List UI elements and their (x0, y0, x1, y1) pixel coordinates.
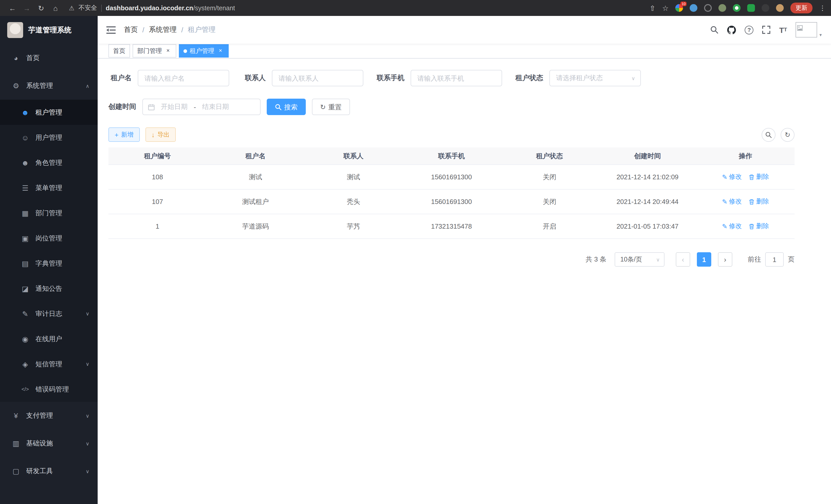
edit-link[interactable]: ✎修改 (722, 222, 742, 231)
edit-link[interactable]: ✎修改 (722, 197, 742, 206)
sidebar-item-sms[interactable]: ◈ 短信管理 ∨ (0, 351, 98, 377)
close-icon[interactable]: × (217, 47, 224, 55)
tab-home[interactable]: 首页 (109, 44, 130, 58)
app-logo[interactable]: 芋道管理系统 (0, 16, 98, 44)
browser-menu-icon[interactable]: ⋮ (819, 4, 826, 12)
monitor-icon: ▥ (12, 439, 20, 447)
delete-link[interactable]: 删除 (749, 173, 769, 181)
sidebar-item-role[interactable]: ☻ 角色管理 (0, 150, 98, 175)
refresh-table-button[interactable]: ↻ (781, 128, 795, 142)
goto-page-input[interactable] (765, 252, 784, 267)
reset-button-label: 重置 (328, 103, 342, 110)
sidebar-item-home[interactable]: ◕ 首页 (0, 44, 98, 72)
sidebar-item-notice[interactable]: ◪ 通知公告 (0, 276, 98, 301)
col-contact: 联系人 (305, 151, 402, 160)
sidebar-item-menu[interactable]: ☰ 菜单管理 (0, 175, 98, 200)
chevron-down-icon: ∨ (86, 441, 89, 446)
sidebar-item-post[interactable]: ▣ 岗位管理 (0, 226, 98, 251)
chevron-down-icon: ∨ (631, 75, 635, 81)
address-bar[interactable]: ⚠ 不安全 dashboard.yudao.iocoder.cn/system/… (63, 0, 649, 16)
tab-dept[interactable]: 部门管理 × (133, 44, 176, 58)
reload-icon[interactable]: ↻ (34, 4, 48, 12)
delete-link[interactable]: 删除 (749, 197, 769, 206)
export-button[interactable]: ↓ 导出 (145, 127, 176, 142)
sidebar-item-system[interactable]: ⚙ 系统管理 ∧ (0, 72, 98, 100)
back-icon[interactable]: ← (5, 4, 20, 12)
edit-link[interactable]: ✎修改 (722, 173, 742, 181)
sidebar-item-audit-log[interactable]: ✎ 审计日志 ∨ (0, 301, 98, 326)
fullscreen-icon[interactable] (762, 26, 770, 34)
next-page-button[interactable]: › (718, 252, 732, 267)
extension-icon-8[interactable] (776, 4, 784, 12)
cell-tenant-id: 107 (109, 198, 206, 206)
cell-tenant-name: 测试租户 (206, 197, 304, 206)
github-icon[interactable] (727, 25, 736, 34)
extension-icon-3[interactable] (704, 4, 712, 12)
edit-icon: ✎ (722, 173, 727, 181)
list-icon: ☰ (21, 184, 29, 192)
user-avatar-menu[interactable]: ▾ (796, 22, 822, 37)
col-actions: 操作 (697, 151, 795, 160)
app-title: 芋道管理系统 (28, 25, 71, 35)
page-size-select[interactable]: 10条/页 ∨ (614, 252, 664, 267)
close-icon[interactable]: × (165, 47, 172, 55)
extension-icon-2[interactable] (690, 4, 697, 12)
browser-update-button[interactable]: 更新 (791, 3, 812, 13)
sidebar-item-dev-tools[interactable]: ▢ 研发工具 ∨ (0, 457, 98, 485)
sidebar-item-error-code[interactable]: </> 错误码管理 (0, 377, 98, 402)
extension-icon-5[interactable] (733, 4, 741, 12)
contact-input[interactable] (272, 70, 363, 86)
header-search-icon[interactable] (710, 26, 718, 34)
extension-icon-6[interactable] (747, 4, 755, 12)
sidebar-item-tenant[interactable]: ☻ 租户管理 (0, 100, 98, 125)
tab-tenant[interactable]: 租户管理 × (179, 44, 229, 58)
bookmark-star-icon[interactable]: ☆ (662, 4, 668, 12)
breadcrumb-system[interactable]: 系统管理 (149, 25, 177, 34)
security-label: 不安全 (79, 4, 97, 12)
sidebar-item-dict[interactable]: ▤ 字典管理 (0, 251, 98, 276)
cell-tenant-id: 108 (109, 173, 206, 181)
forward-icon[interactable]: → (20, 4, 34, 12)
sidebar-item-dept[interactable]: ▦ 部门管理 (0, 200, 98, 226)
reset-button[interactable]: ↻ 重置 (312, 99, 350, 115)
tenant-name-input[interactable] (138, 70, 229, 86)
trash-icon (749, 199, 755, 205)
help-icon[interactable]: ? (745, 25, 753, 34)
extension-icon-4[interactable] (718, 4, 726, 12)
browser-home-icon[interactable]: ⌂ (48, 4, 63, 12)
font-size-icon[interactable]: TT (779, 26, 787, 34)
browser-chrome: ← → ↻ ⌂ ⚠ 不安全 dashboard.yudao.iocoder.cn… (0, 0, 831, 16)
cell-tenant-name: 测试 (206, 172, 304, 182)
roles-icon: ☻ (21, 158, 29, 167)
create-time-range-picker[interactable]: 开始日期 - 结束日期 (142, 99, 261, 115)
shield-icon: ◈ (21, 360, 29, 368)
book-icon: ▤ (21, 259, 29, 267)
extension-icon-7[interactable] (762, 4, 769, 12)
edit-icon: ✎ (722, 198, 727, 206)
share-icon[interactable]: ⇧ (649, 4, 655, 12)
font-size-big: T (779, 26, 784, 34)
sidebar-item-online-users[interactable]: ◉ 在线用户 (0, 326, 98, 351)
page-1-button[interactable]: 1 (697, 252, 711, 267)
cell-contact: 秃头 (305, 197, 402, 206)
search-button[interactable]: 搜索 (267, 99, 306, 115)
sidebar-item-infrastructure[interactable]: ▥ 基础设施 ∨ (0, 429, 98, 457)
add-button[interactable]: + 新增 (109, 127, 140, 142)
breadcrumb-home[interactable]: 首页 (124, 25, 138, 34)
url-path: /system/tenant (193, 4, 235, 11)
tenant-status-select[interactable]: 请选择租户状态 ∨ (549, 70, 641, 86)
active-tab-dot (183, 49, 187, 53)
tags-view-bar: 首页 部门管理 × 租户管理 × (98, 44, 831, 59)
cell-phone: 15601691300 (402, 198, 500, 206)
sidebar-item-payment[interactable]: ¥ 支付管理 ∨ (0, 402, 98, 429)
cell-tenant-name: 芋道源码 (206, 222, 304, 231)
extension-icon-1[interactable]: 10 (675, 4, 683, 12)
toggle-search-button[interactable] (762, 128, 775, 142)
delete-link[interactable]: 删除 (749, 222, 769, 231)
sidebar-item-user[interactable]: ☺ 用户管理 (0, 125, 98, 150)
sidebar-collapse-icon[interactable] (106, 26, 116, 34)
font-size-small: T (784, 27, 787, 32)
prev-page-button[interactable]: ‹ (676, 252, 690, 267)
contact-phone-input[interactable] (411, 70, 502, 86)
sidebar-item-label: 支付管理 (26, 411, 79, 420)
